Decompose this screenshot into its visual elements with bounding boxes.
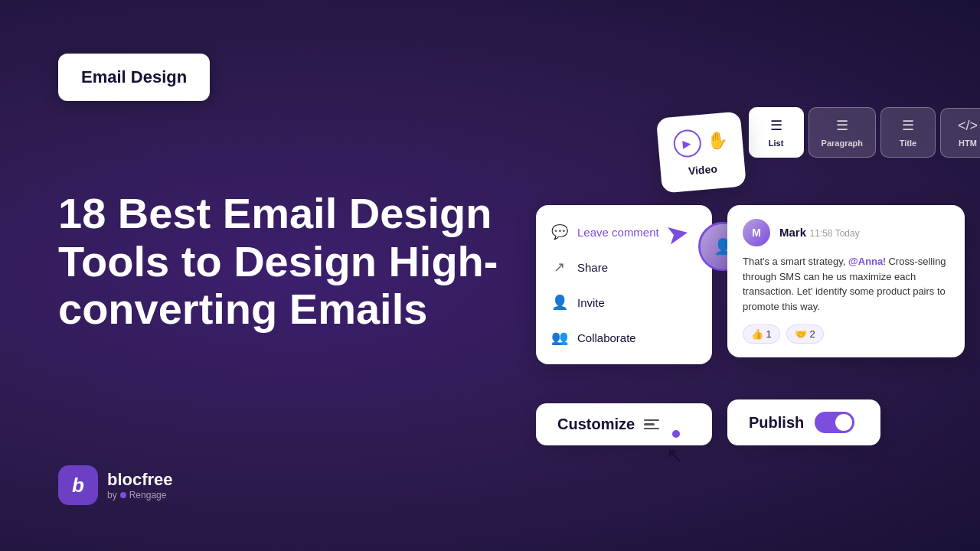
comment-card: M Mark 11:58 Today That's a smart strate… (727, 205, 965, 357)
toolbar-pill-html[interactable]: </> HTM (940, 108, 980, 158)
share-icon: ↗ (551, 259, 567, 276)
cursor-icon: ✋ (706, 130, 728, 152)
context-invite[interactable]: 👤 Invite (536, 285, 712, 320)
comment-avatar: M (743, 219, 770, 246)
comment-time: 11:58 Today (809, 228, 859, 239)
reaction-thumbsup[interactable]: 👍 1 (743, 324, 780, 344)
customize-button[interactable]: Customize (536, 403, 712, 445)
publish-button[interactable]: Publish (727, 399, 880, 445)
customize-icon (644, 419, 659, 430)
comment-author: Mark (779, 226, 806, 239)
logo-text: blocfree by Rengage (107, 470, 173, 500)
list-icon: ☰ (770, 117, 782, 134)
html-icon: </> (958, 118, 978, 134)
video-label: Video (688, 162, 717, 177)
invite-icon: 👤 (551, 294, 567, 311)
comment-text: That's a smart strategy, @Anna! Cross-se… (743, 254, 949, 314)
toolbar-pill-title[interactable]: ☰ Title (880, 107, 936, 158)
logo-by: by Rengage (107, 490, 173, 500)
reaction-handshake[interactable]: 🤝 2 (786, 324, 824, 344)
comment-header: M Mark 11:58 Today (743, 219, 949, 246)
logo-area: b blocfree by Rengage (58, 465, 173, 505)
mouse-cursor: ↖ (666, 443, 684, 468)
title-icon: ☰ (902, 117, 914, 134)
comment-author-info: Mark 11:58 Today (779, 226, 860, 240)
toolbar-area: ▶ ✋ Video ☰ List ☰ Paragraph ☰ Title </>… (658, 107, 980, 182)
logo-icon: b (58, 465, 98, 505)
toolbar-pill-paragraph[interactable]: ☰ Paragraph (808, 107, 876, 158)
comment-reactions: 👍 1 🤝 2 (743, 324, 949, 344)
heading-line1: 18 Best Email Design (58, 189, 492, 237)
paragraph-icon: ☰ (836, 117, 848, 134)
email-design-tag: Email Design (58, 54, 210, 101)
toolbar-pills: ☰ List ☰ Paragraph ☰ Title </> HTM (749, 107, 980, 158)
publish-label: Publish (749, 414, 804, 432)
heading-line2: Tools to Design High- (58, 237, 498, 285)
toolbar-pill-list[interactable]: ☰ List (749, 107, 804, 158)
context-share[interactable]: ↗ Share (536, 249, 712, 285)
purple-dot (672, 430, 680, 438)
collaborate-icon: 👥 (551, 329, 567, 346)
heading-line3: converting Emails (58, 285, 427, 333)
context-collaborate[interactable]: 👥 Collaborate (536, 320, 712, 355)
comment-icon: 💬 (551, 223, 567, 240)
main-heading: 18 Best Email Design Tools to Design Hig… (58, 190, 502, 334)
publish-toggle[interactable] (815, 412, 854, 433)
video-card: ▶ ✋ Video (655, 111, 746, 193)
tag-label: Email Design (81, 67, 187, 86)
comment-mention: @Anna (848, 256, 883, 267)
toggle-knob (835, 414, 852, 431)
logo-name: blocfree (107, 470, 173, 490)
play-button-icon: ▶ (671, 129, 701, 158)
customize-label: Customize (557, 416, 635, 433)
video-icons: ▶ ✋ (671, 126, 728, 158)
rengage-dot (120, 492, 126, 498)
